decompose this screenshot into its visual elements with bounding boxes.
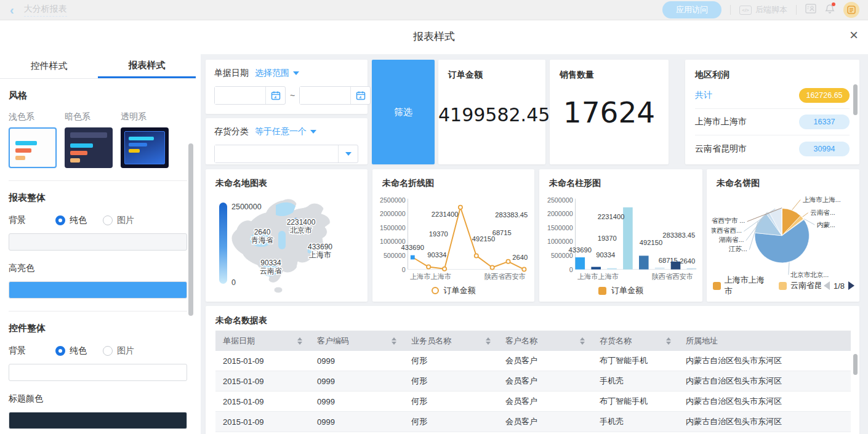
svg-text:2500000: 2500000 <box>380 196 406 204</box>
tab-widget-style[interactable]: 控件样式 <box>0 54 98 78</box>
bar[interactable] <box>671 262 681 270</box>
bar[interactable] <box>639 255 649 269</box>
widget-bg-solid-radio[interactable]: 纯色 <box>55 345 87 356</box>
pie-legend-item[interactable]: 上海市上海市 <box>713 275 771 297</box>
column-header-5[interactable]: 存货名称 <box>592 336 678 347</box>
sort-icon[interactable] <box>392 337 396 345</box>
thumb-bar <box>70 143 93 148</box>
bar[interactable] <box>687 268 697 270</box>
svg-text:0: 0 <box>402 266 406 273</box>
user-avatar[interactable] <box>843 2 859 18</box>
data-point[interactable] <box>427 265 430 268</box>
bar[interactable] <box>655 268 665 270</box>
bar[interactable] <box>623 207 633 270</box>
notification-bell-icon[interactable] <box>825 4 835 17</box>
bar[interactable] <box>607 268 617 270</box>
chart-title: 未命名地图表 <box>215 178 267 189</box>
app-access-button[interactable]: 应用访问 <box>662 1 721 18</box>
data-point[interactable] <box>411 255 415 260</box>
region-profit-row: 共计162726.65 <box>695 82 850 109</box>
svg-text:上海市上海...: 上海市上海... <box>803 196 841 203</box>
data-point[interactable] <box>475 254 478 257</box>
svg-text:上海市上海市: 上海市上海市 <box>577 273 619 280</box>
date-range-separator: ~ <box>290 90 295 100</box>
data-point[interactable] <box>522 267 526 271</box>
sort-icon[interactable] <box>580 337 585 345</box>
svg-text:2640: 2640 <box>512 254 528 261</box>
region-profit-row: 上海市上海市16337 <box>695 109 850 135</box>
page-next-icon[interactable] <box>848 281 854 290</box>
report-bg-color-swatch[interactable] <box>9 233 187 251</box>
close-icon[interactable]: × <box>850 28 858 42</box>
report-bg-image-radio[interactable]: 图片 <box>103 215 134 226</box>
section-report-title: 报表整体 <box>9 192 187 204</box>
category-select-input[interactable] <box>215 145 338 163</box>
report-bg-solid-radio[interactable]: 纯色 <box>55 215 87 226</box>
pie-legend-item[interactable]: 云南省昆 <box>779 280 821 291</box>
filter-button[interactable]: 筛选 <box>372 60 435 164</box>
widget-bg-color-swatch[interactable] <box>9 364 187 381</box>
svg-text:1500000: 1500000 <box>547 224 573 231</box>
table-row[interactable]: 2015-01-090999何形会员客户布丁智能手机内蒙古自治区包头市东河区 <box>215 351 851 371</box>
date-operator-dropdown[interactable]: 选择范围 <box>255 68 299 79</box>
modal-title: 报表样式 <box>0 30 868 44</box>
style-thumb-dark[interactable] <box>65 127 113 168</box>
table-cell: 0999 <box>310 397 404 406</box>
bar-legend[interactable]: 订单金额 <box>539 285 702 296</box>
title-color-swatch[interactable] <box>9 412 187 429</box>
column-header-4[interactable]: 客户名称 <box>498 336 592 347</box>
thumb-bar <box>129 143 147 147</box>
date-from-group <box>214 86 286 105</box>
data-point[interactable] <box>459 206 462 209</box>
pie-legend: 上海市上海市 云南省昆 1/8 <box>713 275 854 297</box>
table-row[interactable]: 2015-01-090999何形会员客户手机壳内蒙古自治区包头市东河区 <box>215 371 851 392</box>
calendar-icon[interactable] <box>265 87 285 104</box>
svg-text:2231400: 2231400 <box>287 218 316 227</box>
panel-scrollbar[interactable] <box>188 143 193 316</box>
style-option-transparent-label: 透明系 <box>121 111 177 123</box>
contact-card-icon[interactable] <box>805 4 816 16</box>
kpi-title: 订单金额 <box>448 70 483 81</box>
svg-text:云南省: 云南省 <box>260 267 282 275</box>
kpi-title: 销售数量 <box>560 70 594 81</box>
back-icon[interactable]: ‹ <box>10 4 14 16</box>
calendar-icon[interactable] <box>350 87 370 104</box>
table-row[interactable]: 2015-01-090999何形会员客户布丁智能手机内蒙古自治区包头市东河区 <box>215 392 851 412</box>
thumb-panel <box>124 131 165 164</box>
svg-text:19370: 19370 <box>429 230 448 238</box>
kpi-scrollbar[interactable] <box>853 84 858 115</box>
widget-bg-image-radio[interactable]: 图片 <box>103 345 134 356</box>
style-option-dark-label: 暗色系 <box>65 111 121 123</box>
backend-script-button[interactable]: </> 后端脚本 <box>739 4 787 15</box>
svg-text:陕西省西安市: 陕西省西安市 <box>484 273 526 280</box>
category-select[interactable] <box>214 145 358 163</box>
table-scrollbar[interactable] <box>853 354 858 375</box>
sort-icon[interactable] <box>297 337 302 345</box>
thumb-bar <box>15 141 37 145</box>
svg-text:陕西省西安市: 陕西省西安市 <box>652 273 693 280</box>
map-chart: 250000002231400北京市2640青海省433690上海市90334云… <box>211 193 363 296</box>
data-point[interactable] <box>443 267 446 271</box>
bar[interactable] <box>591 267 601 270</box>
select-arrow[interactable] <box>338 145 358 163</box>
page-prev-icon[interactable] <box>824 281 830 290</box>
table-row[interactable]: 2015-01-090999何形会员客户手机壳内蒙古自治区包头市东河区 <box>215 412 851 432</box>
tab-report-style[interactable]: 报表样式 <box>98 54 196 78</box>
category-operator-dropdown[interactable]: 等于任意一个 <box>255 126 316 137</box>
highlight-color-swatch[interactable] <box>9 281 187 299</box>
bar[interactable] <box>576 257 585 270</box>
svg-text:湖南省...: 湖南省... <box>719 236 744 243</box>
date-from-input[interactable] <box>215 87 265 104</box>
column-header-1[interactable]: 单据日期 <box>215 336 310 347</box>
column-header-2[interactable]: 客户编码 <box>310 336 404 347</box>
line-legend[interactable]: 订单金额 <box>372 285 534 296</box>
sort-icon[interactable] <box>666 337 671 345</box>
data-point[interactable] <box>491 265 494 269</box>
data-point[interactable] <box>506 260 510 263</box>
style-thumb-light[interactable] <box>9 127 57 168</box>
table-cell: 何形 <box>404 416 498 427</box>
sort-icon[interactable] <box>486 337 491 345</box>
date-to-input[interactable] <box>300 87 350 104</box>
style-thumb-transparent[interactable] <box>121 127 169 168</box>
column-header-3[interactable]: 业务员名称 <box>404 336 498 347</box>
